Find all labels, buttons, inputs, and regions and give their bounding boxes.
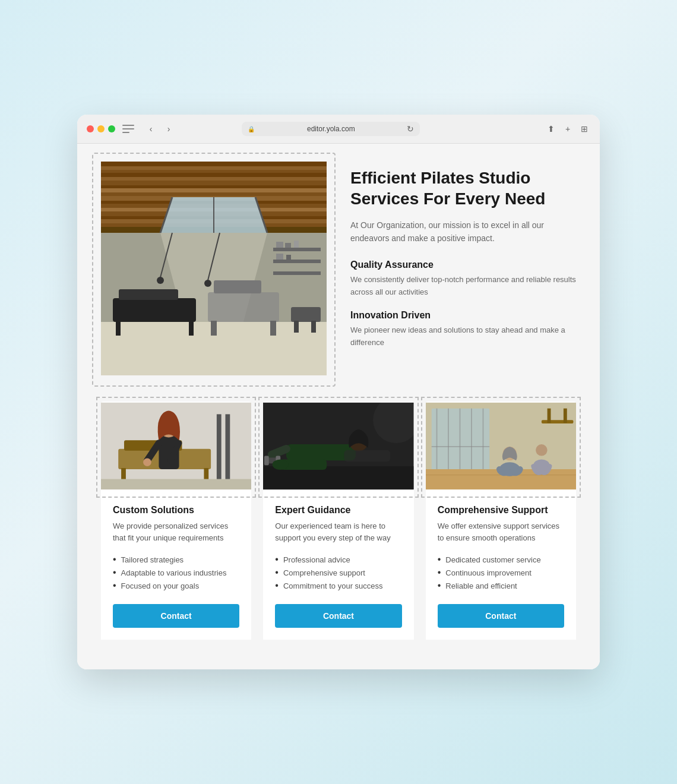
card1-image (101, 402, 251, 491)
svg-rect-63 (101, 479, 251, 490)
list-item: Continuous improvement (438, 566, 564, 579)
card2-list: Professional advice Comprehensive suppor… (275, 553, 401, 592)
card2-image-wrapper (263, 402, 413, 493)
address-bar[interactable]: 🔒 editor.yola.com ↻ (242, 122, 420, 136)
svg-rect-32 (214, 280, 261, 293)
hero-content: Efficient Pilates Studio Services For Ev… (350, 162, 576, 361)
card3-image (426, 402, 576, 491)
svg-rect-86 (542, 420, 574, 423)
card1-image-wrapper (101, 402, 251, 493)
card3-title: Comprehensive Support (438, 505, 564, 516)
svg-rect-71 (264, 456, 269, 466)
browser-actions: ⬆ + ⊞ (545, 123, 590, 135)
svg-rect-34 (270, 321, 276, 336)
svg-rect-10 (101, 192, 327, 196)
feature-innovation: Innovation Driven We pioneer new ideas a… (350, 310, 576, 349)
hero-subtitle: At Our Organization, our mission is to e… (350, 219, 576, 245)
svg-point-93 (536, 444, 547, 456)
close-button[interactable] (87, 125, 94, 132)
svg-rect-3 (101, 166, 327, 170)
svg-rect-28 (119, 289, 178, 300)
card3-desc: We offer extensive support services to e… (438, 520, 564, 543)
browser-toolbar: ‹ › 🔒 editor.yola.com ↻ ⬆ + ⊞ (77, 115, 600, 144)
svg-rect-81 (448, 409, 449, 478)
svg-rect-85 (431, 446, 489, 447)
add-tab-button[interactable]: + (562, 123, 574, 135)
svg-rect-30 (189, 321, 194, 336)
card2-contact-button[interactable]: Contact (275, 604, 401, 628)
svg-rect-88 (564, 409, 567, 423)
card1-contact-button[interactable]: Contact (113, 604, 239, 628)
list-item: Comprehensive support (275, 566, 401, 579)
card-expert-guidance: Expert Guidance Our experienced team is … (263, 402, 413, 640)
svg-rect-35 (291, 307, 321, 322)
forward-button[interactable]: › (162, 122, 176, 136)
svg-point-41 (204, 280, 211, 287)
list-item: Reliable and efficient (438, 579, 564, 592)
feature-innovation-title: Innovation Driven (350, 310, 576, 321)
browser-content: Efficient Pilates Studio Services For Ev… (77, 144, 600, 669)
share-button[interactable]: ⬆ (545, 123, 557, 135)
back-button[interactable]: ‹ (144, 122, 158, 136)
browser-nav: ‹ › (144, 122, 176, 136)
cards-section: Custom Solutions We provide personalized… (101, 402, 576, 640)
list-item: Dedicated customer service (438, 553, 564, 566)
hero-title: Efficient Pilates Studio Services For Ev… (350, 167, 576, 209)
card-custom-solutions: Custom Solutions We provide personalized… (101, 402, 251, 640)
svg-point-40 (157, 277, 164, 284)
svg-rect-7 (101, 181, 327, 185)
svg-rect-87 (547, 409, 551, 423)
svg-rect-42 (273, 248, 321, 251)
list-item: Tailored strategies (113, 553, 239, 566)
card2-image (263, 402, 413, 491)
svg-rect-36 (294, 321, 299, 333)
feature-quality-desc: We consistently deliver top-notch perfor… (350, 274, 576, 299)
list-item: Focused on your goals (113, 579, 239, 592)
card3-image-wrapper (426, 402, 576, 493)
svg-rect-48 (276, 254, 283, 260)
svg-rect-80 (436, 409, 437, 478)
card3-list: Dedicated customer service Continuous im… (438, 553, 564, 592)
feature-quality: Quality Assurance We consistently delive… (350, 260, 576, 299)
svg-rect-57 (225, 414, 230, 483)
card2-title: Expert Guidance (275, 505, 401, 516)
card2-body: Expert Guidance Our experienced team is … (263, 493, 413, 640)
hero-gym-image (101, 162, 327, 375)
url-display: editor.yola.com (258, 125, 403, 133)
browser-window: ‹ › 🔒 editor.yola.com ↻ ⬆ + ⊞ (77, 115, 600, 669)
feature-innovation-desc: We pioneer new ideas and solutions to st… (350, 324, 576, 349)
svg-rect-49 (286, 255, 291, 260)
lock-icon: 🔒 (248, 126, 255, 132)
refresh-button[interactable]: ↻ (407, 124, 414, 134)
maximize-button[interactable] (108, 125, 115, 132)
svg-rect-2 (101, 162, 327, 166)
svg-rect-47 (294, 241, 299, 248)
svg-rect-27 (113, 298, 196, 322)
minimize-button[interactable] (97, 125, 105, 132)
hero-image-wrapper (101, 162, 327, 378)
svg-point-74 (273, 459, 289, 470)
hero-section: Efficient Pilates Studio Services For Ev… (101, 162, 576, 378)
extensions-button[interactable]: ⊞ (578, 123, 590, 135)
svg-rect-83 (471, 409, 472, 478)
card-comprehensive-support: Comprehensive Support We offer extensive… (426, 402, 576, 640)
feature-quality-title: Quality Assurance (350, 260, 576, 270)
card2-desc: Our experienced team is here to support … (275, 520, 401, 543)
svg-rect-31 (208, 292, 279, 322)
svg-rect-43 (273, 260, 321, 263)
svg-rect-44 (273, 271, 321, 275)
list-item: Commitment to your success (275, 579, 401, 592)
svg-line-69 (272, 449, 286, 455)
card1-list: Tailored strategies Adaptable to various… (113, 553, 239, 592)
sidebar-toggle-icon[interactable] (122, 125, 134, 133)
svg-rect-29 (116, 321, 121, 336)
svg-rect-54 (121, 468, 126, 479)
svg-rect-4 (101, 170, 327, 173)
svg-rect-45 (276, 242, 283, 248)
card1-body: Custom Solutions We provide personalized… (101, 493, 251, 640)
svg-rect-84 (482, 409, 483, 478)
card3-contact-button[interactable]: Contact (438, 604, 564, 628)
svg-rect-46 (285, 243, 291, 248)
svg-rect-6 (101, 177, 327, 181)
card3-body: Comprehensive Support We offer extensive… (426, 493, 576, 640)
